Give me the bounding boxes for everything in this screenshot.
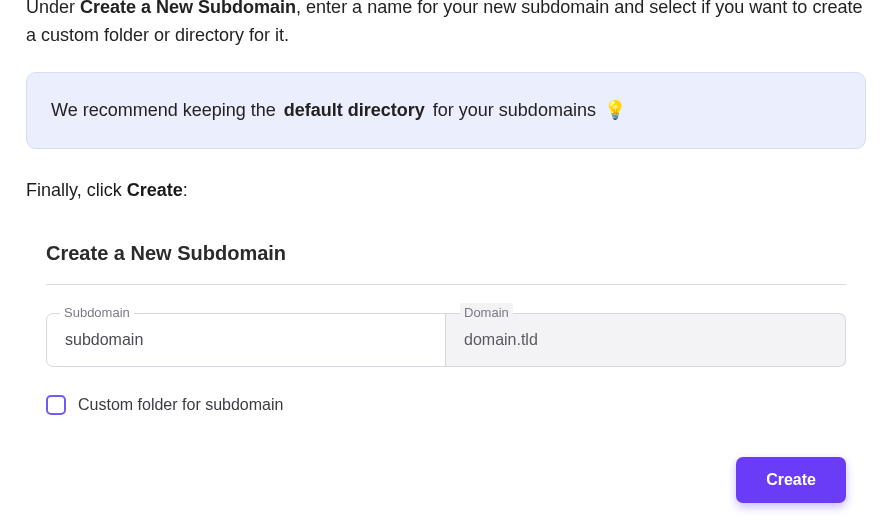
domain-form-row: Subdomain Domain: [46, 313, 846, 367]
custom-folder-label: Custom folder for subdomain: [78, 393, 283, 417]
instruction-paragraph: Under Create a New Subdomain, enter a na…: [26, 0, 866, 50]
panel-title: Create a New Subdomain: [46, 238, 846, 285]
callout-text-2: for your subdomains: [433, 97, 596, 124]
callout-bold: default directory: [284, 97, 425, 124]
lightbulb-icon: 💡: [604, 101, 626, 119]
instruction-text-1: Under: [26, 0, 80, 17]
instruction-bold-1: Create a New Subdomain: [80, 0, 296, 17]
final-bold: Create: [127, 180, 183, 200]
checkbox-icon[interactable]: [46, 395, 66, 415]
custom-folder-checkbox-row[interactable]: Custom folder for subdomain: [46, 393, 846, 417]
recommendation-callout: We recommend keeping the default directo…: [26, 72, 866, 149]
final-text-2: :: [183, 180, 188, 200]
final-text-1: Finally, click: [26, 180, 127, 200]
create-button[interactable]: Create: [736, 457, 846, 503]
domain-field-wrap: Domain: [446, 313, 846, 367]
subdomain-label: Subdomain: [60, 303, 134, 323]
callout-text-1: We recommend keeping the: [51, 97, 276, 124]
subdomain-field-wrap: Subdomain: [46, 313, 446, 367]
domain-label: Domain: [460, 303, 513, 323]
create-subdomain-panel: Create a New Subdomain Subdomain Domain …: [26, 238, 866, 515]
button-row: Create: [46, 457, 846, 503]
final-instruction: Finally, click Create:: [26, 177, 866, 204]
